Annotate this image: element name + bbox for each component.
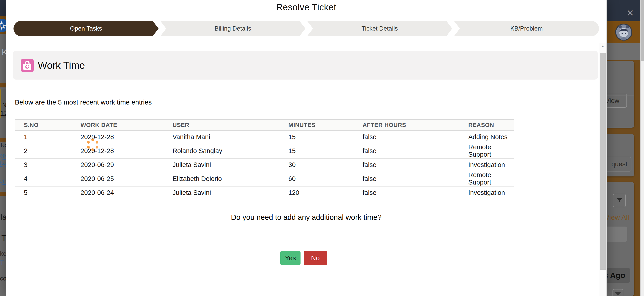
cell-reason: Remote Support bbox=[459, 171, 514, 186]
cell-user: Julieta Savini bbox=[164, 186, 279, 199]
browser-scrollbar-thumb[interactable] bbox=[641, 0, 644, 61]
work-time-table: S.NO WORK DATE USER MINUTES AFTER HOURS … bbox=[15, 119, 514, 199]
view-all-link: View All bbox=[607, 214, 629, 222]
dimmed-button-band bbox=[607, 227, 627, 242]
step-label: Ticket Details bbox=[362, 25, 398, 32]
scrollbar-up-arrow[interactable]: ▲ bbox=[600, 44, 606, 48]
cell-work-date: 2020-06-25 bbox=[72, 171, 164, 186]
cell-sno: 4 bbox=[15, 171, 72, 186]
clipped-text: 12 bbox=[0, 109, 6, 118]
col-header-user: USER bbox=[164, 119, 279, 131]
no-button[interactable]: No bbox=[304, 251, 327, 265]
yes-button[interactable]: Yes bbox=[280, 251, 300, 265]
table-row: 52020-06-24Julieta Savini120falseInvesti… bbox=[15, 186, 514, 199]
cell-minutes: 120 bbox=[279, 186, 354, 199]
cell-after-hours: false bbox=[354, 186, 459, 199]
table-row: 32020-06-29Julieta Savini30falseInvestig… bbox=[15, 158, 514, 171]
cell-work-date: 2020-12-28 bbox=[72, 143, 164, 158]
global-header-strip bbox=[607, 0, 640, 21]
clipped-link: erv bbox=[0, 152, 6, 160]
clipped-link: T- bbox=[0, 259, 6, 266]
filter-button bbox=[613, 194, 626, 207]
clipped-section-title: Ti bbox=[1, 234, 6, 243]
table-header-row: S.NO WORK DATE USER MINUTES AFTER HOURS … bbox=[15, 119, 514, 131]
clipped-text: la bbox=[0, 213, 6, 222]
additional-work-time-question: Do you need to add any additional work t… bbox=[14, 213, 599, 222]
work-time-heading: Work Time bbox=[38, 59, 85, 72]
resolve-ticket-modal: Resolve Ticket Open Tasks Billing Detail… bbox=[6, 0, 607, 296]
filter-funnel-icon bbox=[616, 198, 622, 203]
clipped-text: ke bbox=[0, 250, 6, 257]
dimmed-page-right-edge: ✕ View quest View All s Ago bbox=[607, 0, 640, 296]
path-wizard: Open Tasks Billing Details Ticket Detail… bbox=[14, 21, 599, 36]
recent-entries-intro: Below are the 5 most recent work time en… bbox=[15, 98, 152, 106]
timestamp-badge-clipped: s Ago bbox=[607, 268, 630, 283]
dimmed-page-left-edge: K N 12 te erv tta em la Ti ke T- cou bbox=[0, 0, 6, 296]
app-logo-icon bbox=[0, 18, 6, 32]
clipped-text: K bbox=[2, 48, 6, 57]
cell-user: Julieta Savini bbox=[164, 158, 279, 171]
cell-reason: Investigation bbox=[459, 158, 514, 171]
dimmed-card: View bbox=[607, 61, 634, 128]
user-avatar bbox=[615, 23, 632, 41]
cell-sno: 3 bbox=[15, 158, 72, 171]
table-row: 12020-12-28Vanitha Mani15falseAdding Not… bbox=[15, 131, 514, 143]
dimmed-card: View All s Ago bbox=[607, 182, 634, 296]
close-icon[interactable]: ✕ bbox=[626, 8, 634, 17]
dropdown-button bbox=[612, 289, 623, 296]
global-header-strip bbox=[0, 0, 6, 16]
step-label: Billing Details bbox=[214, 25, 251, 32]
cell-minutes: 15 bbox=[279, 131, 354, 143]
cell-reason: Adding Notes bbox=[459, 131, 514, 143]
step-ticket-details[interactable]: Ticket Details bbox=[307, 21, 452, 36]
cell-minutes: 30 bbox=[279, 158, 354, 171]
cell-reason: Remote Support bbox=[459, 143, 514, 158]
screen: K N 12 te erv tta em la Ti ke T- cou ✕ bbox=[0, 0, 644, 296]
step-label: Open Tasks bbox=[70, 25, 102, 32]
browser-scrollbar[interactable] bbox=[640, 0, 644, 296]
request-button-clipped: quest bbox=[607, 157, 632, 172]
cell-sno: 2 bbox=[15, 143, 72, 158]
cell-work-date: 2020-06-24 bbox=[72, 186, 164, 199]
cell-sno: 5 bbox=[15, 186, 72, 199]
clipped-link: tta bbox=[0, 160, 6, 167]
clipped-divider bbox=[0, 231, 6, 231]
cell-minutes: 60 bbox=[279, 171, 354, 186]
clipped-link: em bbox=[0, 178, 6, 185]
card-divider bbox=[607, 95, 634, 96]
col-header-after-hours: AFTER HOURS bbox=[354, 119, 459, 131]
cell-sno: 1 bbox=[15, 131, 72, 143]
clipped-orange-band bbox=[0, 83, 6, 87]
col-header-sno: S.NO bbox=[15, 119, 72, 131]
step-billing-details[interactable]: Billing Details bbox=[160, 21, 306, 36]
cell-work-date: 2020-06-29 bbox=[72, 158, 164, 171]
col-header-reason: REASON bbox=[459, 119, 514, 131]
work-time-banner bbox=[13, 51, 598, 80]
modal-scrollbar[interactable]: ▲ bbox=[600, 43, 606, 296]
clipped-text: N bbox=[2, 102, 6, 109]
cell-work-date: 2020-12-28 bbox=[72, 131, 164, 143]
cell-user: Elizabeth Deiorio bbox=[164, 171, 279, 186]
clipped-text: te bbox=[0, 141, 6, 149]
clipped-orange-band bbox=[0, 192, 6, 196]
cell-user: Rolando Sanglay bbox=[164, 143, 279, 158]
step-label: KB/Problem bbox=[510, 25, 543, 32]
col-header-minutes: MINUTES bbox=[279, 119, 354, 131]
dimmed-toolbar-band bbox=[607, 43, 640, 60]
chevron-down-icon bbox=[615, 292, 621, 296]
step-open-tasks[interactable]: Open Tasks bbox=[14, 21, 158, 36]
cell-after-hours: false bbox=[354, 158, 459, 171]
table-row: 42020-06-25Elizabeth Deiorio60falseRemot… bbox=[15, 171, 514, 186]
cell-after-hours: false bbox=[354, 131, 459, 143]
cell-after-hours: false bbox=[354, 171, 459, 186]
cell-reason: Investigation bbox=[459, 186, 514, 199]
cell-minutes: 15 bbox=[279, 143, 354, 158]
cell-after-hours: false bbox=[354, 143, 459, 158]
dimmed-card: quest bbox=[607, 134, 634, 176]
cell-user: Vanitha Mani bbox=[164, 131, 279, 143]
step-kb-problem[interactable]: KB/Problem bbox=[454, 21, 599, 36]
modal-title: Resolve Ticket bbox=[14, 2, 599, 12]
modal-scrollbar-thumb[interactable] bbox=[600, 53, 606, 270]
clipped-text: cou bbox=[0, 275, 6, 282]
col-header-work-date: WORK DATE bbox=[72, 119, 164, 131]
